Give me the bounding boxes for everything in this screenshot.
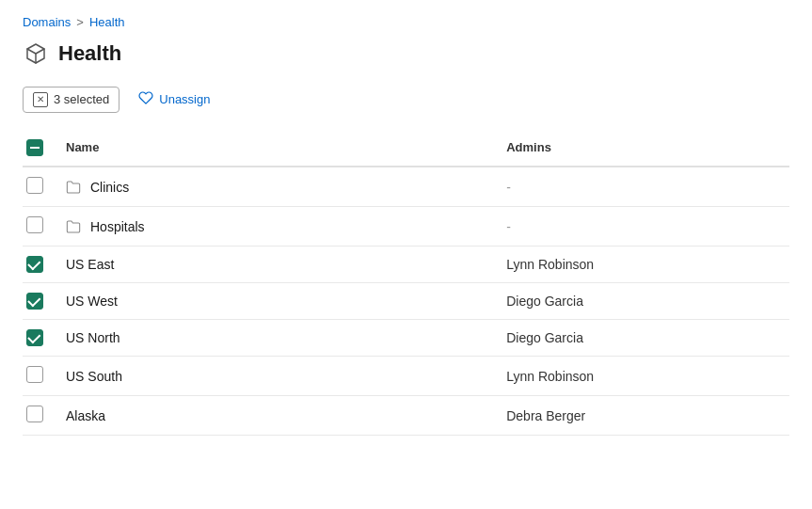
row-name-text: US North (66, 330, 120, 345)
row-admin-cell: Lynn Robinson (495, 247, 789, 283)
row-name-cell: Clinics (55, 167, 495, 207)
row-checkbox-cell[interactable] (23, 167, 55, 207)
table-row: AlaskaDebra Berger (23, 396, 789, 436)
row-checkbox[interactable] (26, 406, 43, 422)
breadcrumb-separator: > (76, 15, 84, 29)
row-admin-name: - (506, 180, 511, 195)
row-admin-cell: - (495, 207, 789, 247)
table-row: US WestDiego Garcia (23, 283, 789, 320)
table-row: Hospitals- (23, 207, 789, 247)
row-admin-name: - (506, 219, 511, 234)
row-admin-cell: Diego Garcia (495, 320, 789, 357)
row-checkbox[interactable] (26, 293, 43, 310)
unassign-label: Unassign (159, 92, 210, 106)
row-admin-cell: Debra Berger (495, 396, 789, 436)
col-header-name: Name (55, 128, 495, 167)
table-row: Clinics- (23, 167, 789, 207)
domain-header-icon (23, 40, 49, 67)
row-name-cell: US West (55, 283, 495, 320)
toolbar: ✕ 3 selected Unassign (23, 86, 789, 113)
row-admin-cell: Lynn Robinson (495, 357, 789, 396)
row-name-cell: US North (55, 320, 495, 357)
table-header-row: Name Admins (23, 128, 789, 167)
unassign-icon (138, 90, 153, 108)
row-checkbox-cell[interactable] (23, 357, 55, 396)
selected-count-label: 3 selected (54, 92, 109, 106)
header-checkbox-cell[interactable] (23, 128, 55, 167)
table-row: US SouthLynn Robinson (23, 357, 789, 396)
page-title: Health (58, 41, 121, 66)
row-checkbox-cell[interactable] (23, 283, 55, 320)
row-name-text: Clinics (90, 180, 129, 195)
breadcrumb-current[interactable]: Health (89, 15, 125, 29)
row-admin-name: Diego Garcia (506, 330, 583, 345)
row-name-cell: Alaska (55, 396, 495, 436)
row-admin-name: Lynn Robinson (506, 257, 594, 272)
row-name-text: Hospitals (90, 219, 145, 234)
row-name-cell: US East (55, 247, 495, 283)
unassign-button[interactable]: Unassign (131, 86, 217, 113)
row-admin-name: Debra Berger (506, 408, 585, 423)
row-name-cell: US South (55, 357, 495, 396)
breadcrumb-parent[interactable]: Domains (23, 15, 71, 29)
table-row: US NorthDiego Garcia (23, 320, 789, 357)
row-name-text: Alaska (66, 408, 105, 423)
row-checkbox[interactable] (26, 216, 43, 233)
row-admin-cell: - (495, 167, 789, 207)
table-row: US EastLynn Robinson (23, 247, 789, 283)
selected-count-badge[interactable]: ✕ 3 selected (23, 87, 119, 113)
row-checkbox[interactable] (26, 256, 43, 273)
page-header: Health (23, 40, 789, 67)
row-checkbox[interactable] (26, 366, 43, 383)
row-checkbox[interactable] (26, 329, 43, 346)
row-checkbox[interactable] (26, 177, 43, 194)
row-checkbox-cell[interactable] (23, 207, 55, 247)
row-name-text: US West (66, 294, 118, 309)
row-admin-name: Lynn Robinson (506, 369, 594, 384)
col-header-admins: Admins (495, 128, 789, 167)
row-checkbox-cell[interactable] (23, 396, 55, 436)
row-admin-cell: Diego Garcia (495, 283, 789, 320)
row-checkbox-cell[interactable] (23, 247, 55, 283)
folder-icon (66, 180, 81, 195)
clear-selection-icon[interactable]: ✕ (33, 92, 48, 107)
row-name-text: US East (66, 257, 114, 272)
breadcrumb: Domains > Health (23, 15, 789, 29)
domains-table: Name Admins Clinics-Hospitals-US EastLyn… (23, 128, 789, 436)
row-name-cell: Hospitals (55, 207, 495, 247)
select-all-checkbox[interactable] (26, 139, 43, 156)
row-name-text: US South (66, 369, 122, 384)
row-admin-name: Diego Garcia (506, 294, 583, 309)
folder-icon (66, 219, 81, 234)
row-checkbox-cell[interactable] (23, 320, 55, 357)
